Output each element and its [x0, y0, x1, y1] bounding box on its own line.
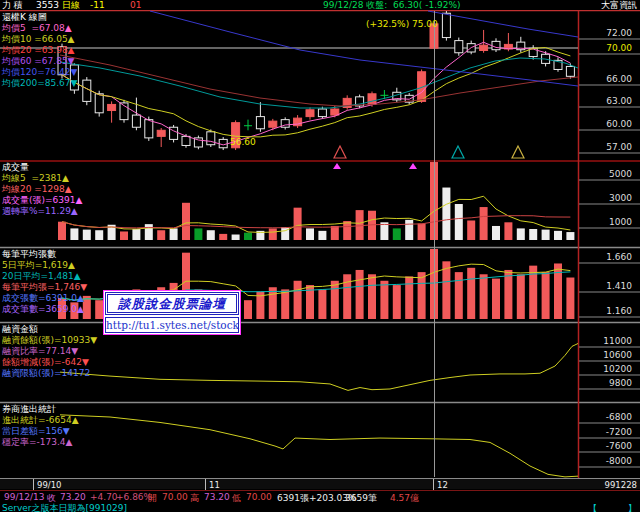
margin-pane-title: 融資金額 [2, 324, 97, 335]
candle-body [306, 110, 314, 117]
forum-watermark[interactable]: 談股說金股票論壇 http://tu1.sytes.net/stock [103, 290, 241, 335]
volume-pane-legend: 成交量 均線5 =2381▲均線20 =1298▲成交量(張)=6391▲週轉率… [2, 162, 82, 217]
candle-body [182, 136, 190, 145]
price-axis-label: 70.00 [580, 43, 632, 53]
title-field2: 01 [130, 0, 141, 10]
server-bar: Server之版本日期為[991029] 【 】 [0, 502, 640, 512]
title-bar: 力 積 3553 日線 -11 01 99/12/28 收盤: 66.30( -… [0, 0, 640, 10]
time-axis-tick [205, 479, 206, 490]
per_trade-axis-label: 1.660 [580, 252, 632, 262]
per-trade-bar [281, 289, 289, 319]
volume-axis-label: 5000 [580, 169, 632, 179]
per-trade-pane-legend: 每筆平均張數 5日平均=1,619▲20日平均=1,481▲每筆平均張=1,74… [2, 249, 87, 315]
margin-axis-label: 9800 [580, 378, 632, 388]
candle-body [132, 115, 140, 127]
stock-code: 3553 [36, 0, 59, 10]
margin-legend-line: 融資餘額(張)=10933▼ [2, 335, 97, 346]
forum-watermark-url[interactable]: http://tu1.sytes.net/stock [105, 317, 239, 333]
volume-bar [232, 235, 240, 240]
bracket-open: 【 [588, 502, 597, 512]
candle-body [331, 109, 339, 115]
main-pane-legend: 還權K 線圖 均價5 =67.08▲均價10 =66.05▲均價20 =63.9… [2, 12, 77, 89]
price-axis-label: 66.00 [580, 74, 632, 84]
forum-watermark-title: 談股說金股票論壇 [105, 292, 239, 315]
per-trade-bar [418, 272, 426, 319]
per-trade-bar [492, 279, 500, 319]
title-field1: -11 [90, 0, 105, 10]
per-trade-bar [244, 300, 252, 319]
per-trade-bar [405, 276, 413, 319]
main-legend-line: 均價20 =63.98▲ [2, 45, 77, 56]
per-trade-pane-title: 每筆平均張數 [2, 249, 87, 260]
period-label[interactable]: 日線 [62, 0, 80, 10]
ma60-brown [60, 55, 578, 106]
status-segment: 73.20 [204, 492, 230, 502]
main-legend-line: 均價60 =67.85▼ [2, 56, 77, 67]
margin-legend-line: 餘額增減(張)=-642▼ [2, 357, 97, 368]
margin-axis-label: 11000 [580, 336, 632, 346]
per-trade-bar [480, 274, 488, 319]
volume-bar [58, 222, 66, 240]
header-date-close: 99/12/28 收盤: 66.30( -1.92%) [323, 0, 461, 10]
volume-bar [294, 208, 302, 240]
volume-bar [83, 230, 91, 240]
volume-bar [418, 224, 426, 240]
chart-canvas[interactable] [0, 0, 640, 512]
per-trade-bar [393, 285, 401, 319]
candle-body [492, 41, 500, 49]
margin-balance-line [60, 344, 578, 391]
volume-bar [492, 226, 500, 240]
candle-body [318, 109, 326, 117]
volume-bar [405, 220, 413, 240]
bracket-close: 】 [628, 502, 637, 512]
per-trade-bar [455, 272, 463, 319]
candle-body [95, 94, 103, 113]
time-axis[interactable]: 991228 99/101112 [0, 478, 640, 489]
per_trade-axis-label: 1.160 [580, 306, 632, 316]
volume-legend-line: 成交量(張)=6391▲ [2, 195, 82, 206]
volume-pane-title: 成交量 [2, 162, 82, 173]
ma5-line [62, 42, 570, 145]
margin-legend-line: 融資限額(張)=14172 [2, 368, 97, 379]
volume-bar [95, 230, 103, 240]
per-trade-bar [566, 278, 574, 319]
per_trade-legend-line: 每筆平均張=1,746▼ [2, 282, 87, 293]
brand-label: 大富資訊 [601, 0, 637, 10]
status-bar: 99/12/13收73.20+4.70+6.86%開70.00高73.20低70… [0, 490, 640, 501]
per_trade-axis-label: 1.410 [580, 281, 632, 291]
candle-body [566, 66, 574, 76]
volume-axis-label: 3000 [580, 193, 632, 203]
candle-body [83, 80, 91, 101]
volume-bar [480, 207, 488, 240]
volume-bar [566, 232, 574, 240]
per_trade-legend-line: 成交筆數=3659.0▲ [2, 304, 87, 315]
volume-bar [517, 228, 525, 240]
margin-axis-label: 10200 [580, 364, 632, 374]
per-trade-bar [318, 289, 326, 319]
volume-legend-line: 週轉率%=11.29▲ [2, 206, 82, 217]
per-trade-bar [356, 270, 364, 319]
signal-triangle-marker [334, 146, 346, 158]
volume-bar [120, 231, 128, 240]
volume-bar [467, 220, 475, 240]
volume-bar [318, 231, 326, 240]
per-trade-bar [380, 281, 388, 319]
volume-bar [356, 210, 364, 240]
candle-body [157, 130, 165, 136]
candle-body [455, 41, 463, 53]
margin-axis-label: 10600 [580, 350, 632, 360]
per-trade-bar [517, 274, 525, 319]
price-axis-label: 63.00 [580, 96, 632, 106]
candle-body [368, 94, 376, 105]
per_trade-legend-line: 20日平均=1,481▲ [2, 271, 87, 282]
server-version-text: Server之版本日期為[991029] [2, 502, 127, 512]
volume-legend-line: 均線20 =1298▲ [2, 184, 82, 195]
status-segment: 73.20 [60, 492, 86, 502]
broker-legend-line: 進出統計=-6654▲ [2, 415, 79, 426]
candle-body [442, 13, 450, 37]
per-trade-bar [542, 272, 550, 319]
app-window: 力 積 3553 日線 -11 01 99/12/28 收盤: 66.30( -… [0, 0, 640, 512]
status-segment: 70.00 [162, 492, 188, 502]
status-segment: 70.00 [246, 492, 272, 502]
status-segment: 99/12/13 [4, 492, 44, 502]
